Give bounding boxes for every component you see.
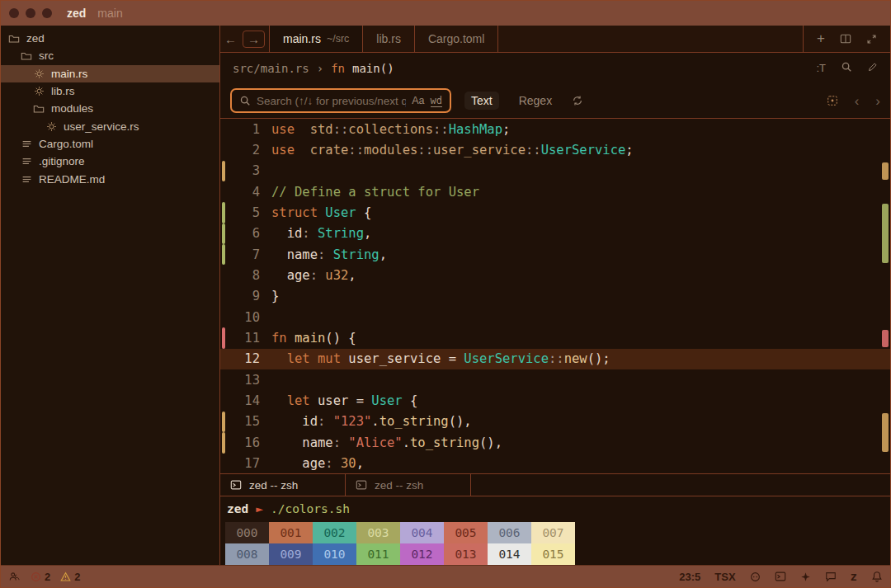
diagnostics-errors[interactable]: 2 [31,571,50,583]
editor-tab-lib.rs[interactable]: lib.rs [363,26,415,52]
editor-scrollbar[interactable] [879,119,890,473]
code-line-11[interactable]: 11fn main() { [220,327,890,348]
editor-tab-main.rs[interactable]: main.rs~/src [270,26,363,52]
diagnostics-warnings[interactable]: 2 [60,571,80,583]
token: User [371,393,402,408]
editor-tab-Cargo.toml[interactable]: Cargo.toml [415,26,498,52]
language-selector[interactable]: TSX [714,571,735,583]
search-icon[interactable] [841,61,852,75]
code-editor[interactable]: 1use std::collections::HashMap;2use crat… [220,119,890,473]
code-line-6[interactable]: 6 id: String, [220,223,890,244]
close-window-button[interactable] [9,8,19,18]
code-line-13[interactable]: 13 [220,369,890,390]
git-gutter-mark [222,432,225,453]
assistant-panel-icon[interactable] [800,572,811,582]
maximize-pane-icon[interactable] [866,34,877,45]
tab-bar-actions: + [803,26,890,52]
project-panel-item-main.rs[interactable]: main.rs [1,65,219,82]
project-panel-item-README.md[interactable]: README.md [1,170,219,187]
previous-match-icon[interactable]: ‹ [855,94,860,108]
code-line-9[interactable]: 9} [220,286,890,307]
select-all-matches-icon[interactable] [827,95,838,106]
code-line-3[interactable]: 3 [220,161,890,181]
code-text: name: String, [271,247,387,262]
terminal-body[interactable]: zed ► ./colors.sh 0000010020030040050060… [220,496,890,565]
chat-panel-icon[interactable] [825,571,837,582]
code-line-10[interactable]: 10 [220,307,890,327]
code-line-4[interactable]: 4// Define a struct for User [220,181,890,202]
zeta-icon[interactable]: z [851,570,857,583]
code-line-7[interactable]: 7 name: String, [220,244,890,265]
code-text: id: String, [271,226,371,241]
go-back-button[interactable]: ← [224,32,237,46]
terminal-panel-icon[interactable] [775,571,786,582]
git-branch[interactable]: main [97,7,122,20]
type-annotation-icon[interactable]: :T [816,62,826,74]
project-name[interactable]: zed [67,7,86,20]
zoom-window-button[interactable] [42,8,52,18]
code-line-17[interactable]: 17 age: 30, [220,454,890,474]
token: , [356,456,364,471]
code-line-2[interactable]: 2use crate::modules::user_service::UserS… [220,139,890,160]
project-panel-item-zed[interactable]: zed [1,30,219,47]
search-mode-text-button[interactable]: Text [464,92,499,110]
inline-assist-icon[interactable] [867,62,878,75]
project-panel-item-.gitignore[interactable]: .gitignore [1,153,219,170]
next-match-icon[interactable]: › [875,94,880,108]
rust-icon [32,86,45,96]
project-panel-item-Cargo.toml[interactable]: Cargo.toml [1,135,219,153]
terminal-prompt: zed ► ./colors.sh [225,502,890,515]
search-input[interactable] [257,95,406,107]
minimize-window-button[interactable] [26,8,35,18]
token: String [318,226,364,241]
project-panel-item-user_service.rs[interactable]: user_service.rs [1,117,219,134]
code-line-8[interactable]: 8 age: u32, [220,265,890,285]
line-number: 16 [227,435,260,450]
palette-cell-008: 008 [225,543,269,565]
token [271,393,287,408]
whole-word-toggle[interactable]: wd [431,95,442,107]
project-panel-item-modules[interactable]: modules [1,100,219,117]
palette-row-2: 008009010011012013014015 [225,543,890,565]
terminal-tab-1[interactable]: zed -- zsh [220,474,346,496]
token: user_service [433,143,526,158]
code-line-5[interactable]: 5struct User { [220,202,890,223]
case-sensitive-toggle[interactable]: Aa [412,95,424,106]
palette-cell-001: 001 [269,522,313,543]
collab-panel-icon[interactable] [8,571,21,582]
code-line-16[interactable]: 16 name: "Alice".to_string(), [220,432,890,453]
token: (), [449,414,472,429]
tab-title: lib.rs [376,32,401,45]
token: : [318,414,333,429]
code-line-15[interactable]: 15 id: "123".to_string(), [220,412,890,432]
terminal-tab-2[interactable]: zed -- zsh [346,474,471,496]
scrollbar-mark [882,162,889,180]
prompt-command: ./colors.sh [271,502,350,515]
toggle-replace-icon[interactable] [572,95,583,106]
search-box: Aa wd [230,88,451,113]
cursor-position[interactable]: 23:5 [679,571,700,583]
code-text: let mut user_service = UserService::new(… [271,351,610,366]
warning-count: 2 [74,571,80,583]
breadcrumb-path[interactable]: src/main.rs [233,62,309,75]
copilot-panel-icon[interactable] [750,572,761,582]
palette-cell-010: 010 [313,543,356,565]
code-line-12[interactable]: 12 let mut user_service = UserService::n… [220,349,890,369]
breadcrumb-symbol-name[interactable]: main() [352,62,394,75]
notifications-icon[interactable] [871,571,883,582]
search-mode-regex-button[interactable]: Regex [512,92,559,110]
file-name: .gitignore [39,155,85,167]
project-panel-item-lib.rs[interactable]: lib.rs [1,82,219,100]
token: to_string [410,435,479,450]
project-panel-item-src[interactable]: src [1,47,219,64]
new-tab-button[interactable]: + [817,31,825,47]
palette-row-1: 000001002003004005006007 [225,522,890,543]
code-line-1[interactable]: 1use std::collections::HashMap; [220,119,890,139]
split-pane-icon[interactable] [840,33,851,45]
token [271,351,287,366]
go-forward-button[interactable]: → [243,31,265,48]
token: () { [325,331,356,346]
project-panel-list: zedsrcmain.rslib.rsmodulesuser_service.r… [1,30,219,188]
workspace: zedsrcmain.rslib.rsmodulesuser_service.r… [1,26,890,565]
code-line-14[interactable]: 14 let user = User { [220,390,890,411]
